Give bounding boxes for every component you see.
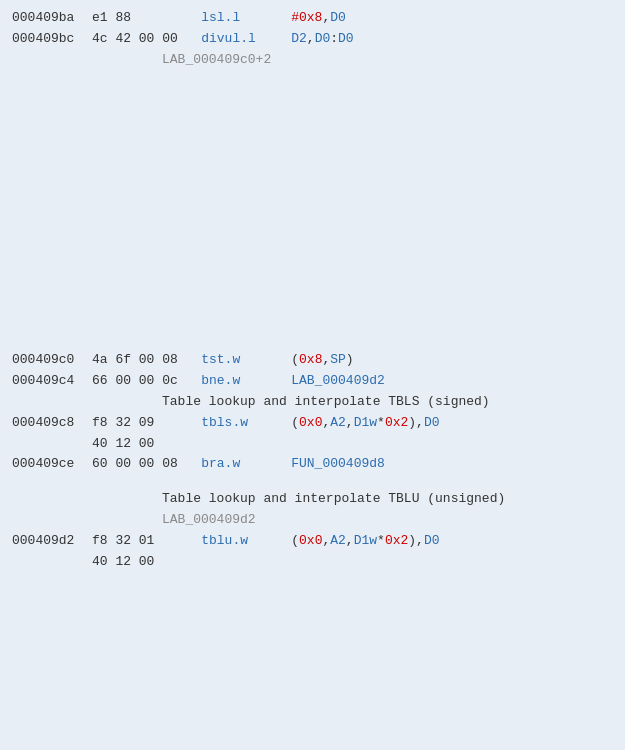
label-reference: FUN_000409d8 [291,456,385,471]
bytes: 4a 6f 00 08 [92,350,201,371]
comment-text: Table lookup and interpolate TBLU (unsig… [12,489,505,510]
asm-line-continuation-1: 40 12 00 [12,434,613,455]
bytes: 60 00 00 08 [92,454,201,475]
bytes: f8 32 01 [92,531,201,552]
operand: #0x8,D0 [291,8,346,29]
bytes: f8 32 09 [92,413,201,434]
register: D0 [315,31,331,46]
bytes: 4c 42 00 00 [92,29,201,50]
address: 000409ce [12,454,92,475]
spacer [12,475,613,489]
asm-line-000409ba: 000409ba e1 88 lsl.l #0x8,D0 [12,8,613,29]
address: 000409c4 [12,371,92,392]
address: 000409ba [12,8,92,29]
address: 000409c0 [12,350,92,371]
comment-line: Table lookup and interpolate TBLS (signe… [12,392,613,413]
register: D2 [291,31,307,46]
mnemonic: tblu.w [201,531,291,552]
register: A2 [330,533,346,548]
label-text: LAB_000409c0+2 [12,50,271,71]
register: D0 [330,10,346,25]
bytes: 40 12 00 [92,434,197,455]
register: D1w [354,415,377,430]
register: D0 [424,533,440,548]
empty-space [12,70,613,350]
address: 000409bc [12,29,92,50]
immediate: 0x0 [299,533,322,548]
mnemonic: divul.l [201,29,291,50]
operand: (0x8,SP) [291,350,353,371]
address [12,434,92,455]
label-reference: LAB_000409d2 [291,373,385,388]
operand: (0x0,A2,D1w*0x2),D0 [291,413,439,434]
bytes: 66 00 00 0c [92,371,201,392]
register: D0 [338,31,354,46]
disassembly-view: 000409ba e1 88 lsl.l #0x8,D0 000409bc 4c… [12,8,613,572]
asm-line-000409bc: 000409bc 4c 42 00 00 divul.l D2,D0:D0 [12,29,613,50]
immediate: 0x0 [299,415,322,430]
immediate: #0x8 [291,10,322,25]
bytes: 40 12 00 [92,552,197,573]
asm-line-000409c0: 000409c0 4a 6f 00 08 tst.w (0x8,SP) [12,350,613,371]
immediate: 0x2 [385,533,408,548]
asm-line-000409c4: 000409c4 66 00 00 0c bne.w LAB_000409d2 [12,371,613,392]
asm-line-000409d2: 000409d2 f8 32 01 tblu.w (0x0,A2,D1w*0x2… [12,531,613,552]
bytes: e1 88 [92,8,201,29]
operand: FUN_000409d8 [291,454,385,475]
mnemonic: tbls.w [201,413,291,434]
mnemonic: bra.w [201,454,291,475]
comment-text: Table lookup and interpolate TBLS (signe… [12,392,490,413]
address [12,552,92,573]
operand: (0x0,A2,D1w*0x2),D0 [291,531,439,552]
operand: LAB_000409d2 [291,371,385,392]
address: 000409d2 [12,531,92,552]
label-def-2: LAB_000409d2 [12,510,613,531]
label-text: LAB_000409d2 [12,510,256,531]
address: 000409c8 [12,413,92,434]
register: D0 [424,415,440,430]
asm-line-continuation-2: 40 12 00 [12,552,613,573]
asm-line-000409c8: 000409c8 f8 32 09 tbls.w (0x0,A2,D1w*0x2… [12,413,613,434]
label-def: LAB_000409c0+2 [12,50,613,71]
register: D1w [354,533,377,548]
comment-line-2: Table lookup and interpolate TBLU (unsig… [12,489,613,510]
mnemonic: tst.w [201,350,291,371]
mnemonic: lsl.l [201,8,291,29]
asm-line-000409ce: 000409ce 60 00 00 08 bra.w FUN_000409d8 [12,454,613,475]
immediate: 0x2 [385,415,408,430]
mnemonic: bne.w [201,371,291,392]
operand: D2,D0:D0 [291,29,353,50]
register: SP [330,352,346,367]
register: A2 [330,415,346,430]
immediate: 0x8 [299,352,322,367]
